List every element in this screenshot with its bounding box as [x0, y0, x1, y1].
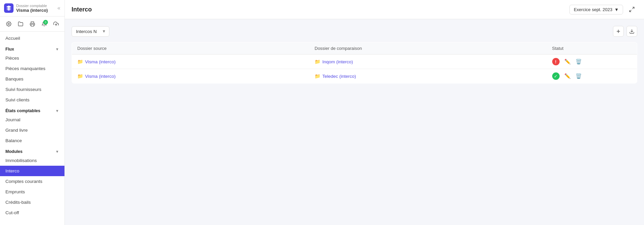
status-ok-icon-2: ✓	[552, 72, 560, 80]
comparison-tag-1: 📁 Inqom (interco)	[315, 59, 353, 64]
print-btn[interactable]	[28, 19, 37, 29]
svg-point-0	[8, 23, 9, 25]
expand-btn[interactable]	[626, 4, 637, 15]
folder-icon-1: 📁	[77, 59, 83, 64]
exercise-selector[interactable]: Exercice sept. 2023 ▼	[569, 5, 623, 14]
main-content-area: Interco Exercice sept. 2023 ▼ Intercos N…	[65, 0, 644, 225]
modules-arrow-icon: ▼	[55, 150, 59, 154]
company-label: Dossier comptable	[16, 4, 57, 8]
sidebar-collapse-btn[interactable]: «	[57, 5, 60, 11]
sidebar-item-pieces-manquantes[interactable]: Pièces manquantes	[0, 63, 64, 74]
upload-btn[interactable]	[51, 19, 60, 29]
notifications-btn[interactable]: 0	[39, 19, 49, 29]
sidebar-toolbar: 0	[0, 17, 64, 32]
folder-icon-comp-2: 📁	[315, 73, 320, 79]
intercos-toolbar: Intercos N ▼	[72, 26, 637, 37]
sidebar-section-flux[interactable]: Flux ▼	[0, 43, 64, 53]
intercos-select-wrapper: Intercos N ▼	[72, 26, 109, 37]
delete-btn-2[interactable]: 🗑️	[574, 72, 583, 80]
sidebar-item-balance[interactable]: Balance	[0, 135, 64, 146]
row-actions-1: ✏️ 🗑️	[563, 58, 583, 65]
folder-btn[interactable]	[16, 19, 25, 29]
svg-line-4	[629, 10, 631, 12]
exercise-label: Exercice sept. 2023	[574, 7, 612, 12]
interco-content: Intercos N ▼ Dossier source D	[65, 19, 644, 225]
sidebar-section-modules[interactable]: Modules ▼	[0, 146, 64, 155]
sidebar-item-emprunts[interactable]: Emprunts	[0, 187, 64, 197]
folder-icon-comp-1: 📁	[315, 59, 320, 64]
etats-arrow-icon: ▼	[55, 109, 59, 113]
settings-btn[interactable]	[4, 19, 13, 29]
comparison-cell-1: 📁 Inqom (interco)	[309, 55, 547, 69]
sidebar-item-suivi-fournisseurs[interactable]: Suivi fournisseurs	[0, 84, 64, 95]
sidebar-item-immobilisations[interactable]: Immobilisations	[0, 155, 64, 166]
sidebar-item-comptes-courants[interactable]: Comptes courants	[0, 176, 64, 187]
sidebar-item-interco[interactable]: Interco	[0, 166, 64, 176]
source-tag-2: 📁 Visma (interco)	[77, 73, 116, 79]
sidebar-item-credits-bails[interactable]: Crédits-bails	[0, 197, 64, 207]
statut-cell-1: ! ✏️ 🗑️	[547, 55, 637, 69]
svg-line-3	[633, 7, 634, 9]
source-cell-1: 📁 Visma (interco)	[72, 55, 310, 69]
source-tag-1: 📁 Visma (interco)	[77, 59, 116, 64]
sidebar-section-etats-comptables[interactable]: États comptables ▼	[0, 105, 64, 115]
statut-cell-2: ✓ ✏️ 🗑️	[547, 69, 637, 84]
add-interco-btn[interactable]	[613, 26, 624, 37]
sidebar-item-pieces[interactable]: Pièces	[0, 53, 64, 63]
flux-arrow-icon: ▼	[55, 47, 59, 51]
col-dossier-comparaison: Dossier de comparaison	[309, 42, 547, 55]
notification-badge: 0	[43, 20, 48, 25]
company-info: Dossier comptable Visma (interco)	[16, 4, 57, 13]
sidebar-item-grand-livre[interactable]: Grand livre	[0, 125, 64, 135]
sidebar-item-accueil[interactable]: Accueil	[0, 33, 64, 43]
intercos-select[interactable]: Intercos N	[72, 26, 109, 37]
comparison-tag-2: 📁 Teledec (interco)	[315, 73, 356, 79]
sidebar-item-cut-off[interactable]: Cut-off	[0, 207, 64, 218]
sidebar-item-suivi-clients[interactable]: Suivi clients	[0, 95, 64, 105]
exercise-chevron-icon: ▼	[614, 7, 619, 12]
delete-btn-1[interactable]: 🗑️	[574, 58, 583, 65]
row-actions-2: ✏️ 🗑️	[563, 72, 583, 80]
source-cell-2: 📁 Visma (interco)	[72, 69, 310, 84]
comparison-cell-2: 📁 Teledec (interco)	[309, 69, 547, 84]
action-buttons	[613, 26, 637, 37]
col-statut: Statut	[547, 42, 637, 55]
svg-rect-1	[31, 24, 34, 26]
sidebar: Dossier comptable Visma (interco) « 0 Ac…	[0, 0, 65, 225]
table-row: 📁 Visma (interco) 📁 Inqom (interco) !	[72, 55, 637, 69]
sidebar-item-journal[interactable]: Journal	[0, 115, 64, 125]
status-error-icon-1: !	[552, 58, 560, 65]
header-actions: Exercice sept. 2023 ▼	[569, 4, 637, 15]
page-title: Interco	[72, 6, 92, 13]
company-name: Visma (interco)	[16, 8, 57, 13]
col-dossier-source: Dossier source	[72, 42, 310, 55]
folder-icon-2: 📁	[77, 73, 83, 79]
table-row: 📁 Visma (interco) 📁 Teledec (interco) ✓	[72, 69, 637, 84]
download-btn[interactable]	[626, 26, 637, 37]
sidebar-item-banques[interactable]: Banques	[0, 74, 64, 84]
main-header: Interco Exercice sept. 2023 ▼	[65, 0, 644, 19]
app-logo	[4, 3, 14, 13]
edit-btn-2[interactable]: ✏️	[563, 72, 572, 80]
interco-table: Dossier source Dossier de comparaison St…	[72, 42, 637, 84]
sidebar-header: Dossier comptable Visma (interco) «	[0, 0, 64, 17]
edit-btn-1[interactable]: ✏️	[563, 58, 572, 65]
